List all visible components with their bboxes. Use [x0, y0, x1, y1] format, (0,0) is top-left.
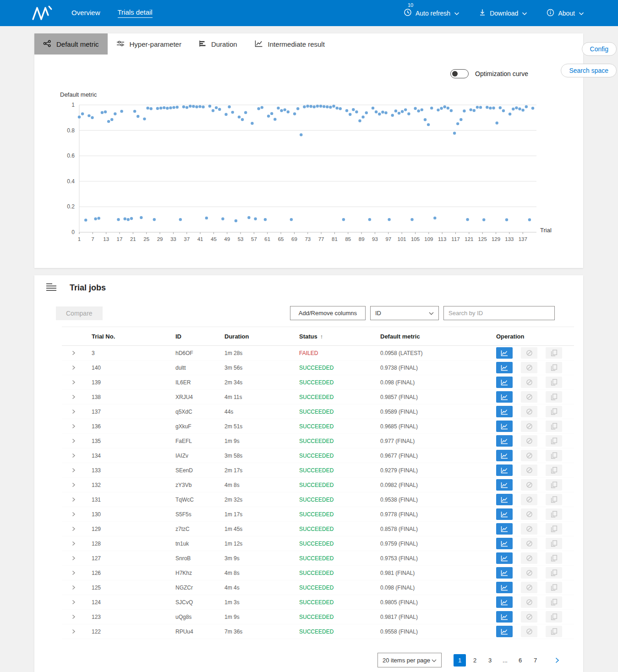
status-cell: SUCCEEDED: [292, 409, 373, 415]
row-expand-chevron-icon[interactable]: [62, 468, 85, 473]
show-intermediate-button[interactable]: [496, 347, 513, 359]
trial-id-cell: hD6OF: [169, 350, 218, 356]
operation-cell: [489, 494, 574, 505]
row-expand-chevron-icon[interactable]: [62, 600, 85, 605]
show-intermediate-button[interactable]: [496, 450, 513, 461]
show-intermediate-button[interactable]: [496, 508, 513, 520]
trial-no-cell: 127: [85, 555, 169, 562]
kill-trial-button: [521, 362, 537, 373]
optimization-curve-toggle[interactable]: [450, 69, 469, 78]
show-intermediate-button[interactable]: [496, 596, 513, 608]
show-intermediate-button[interactable]: [496, 611, 513, 623]
nav-trials-detail[interactable]: Trials detail: [118, 8, 153, 18]
operation-cell: [489, 362, 574, 373]
kill-trial-button: [521, 406, 537, 417]
compare-button[interactable]: Compare: [56, 306, 103, 320]
row-expand-chevron-icon[interactable]: [62, 570, 85, 575]
download-menu[interactable]: Download: [479, 9, 527, 17]
show-intermediate-button[interactable]: [496, 626, 513, 637]
show-intermediate-button[interactable]: [496, 362, 513, 373]
status-cell: SUCCEEDED: [292, 614, 373, 620]
horizontal-bars-icon: [199, 40, 206, 49]
show-intermediate-button[interactable]: [496, 582, 513, 593]
metric-cell: 0.9805 (FINAL): [373, 599, 489, 606]
row-expand-chevron-icon[interactable]: [62, 512, 85, 517]
trial-no-cell: 124: [85, 599, 169, 606]
row-expand-chevron-icon[interactable]: [62, 629, 85, 634]
auto-refresh-menu[interactable]: 10 Auto refresh: [404, 8, 459, 18]
tab-duration[interactable]: Duration: [190, 33, 246, 55]
row-expand-chevron-icon[interactable]: [62, 365, 85, 370]
show-intermediate-button[interactable]: [496, 479, 513, 491]
trial-no-cell: 130: [85, 511, 169, 518]
trial-no-cell: 132: [85, 482, 169, 488]
show-intermediate-button[interactable]: [496, 464, 513, 476]
id-filter-dropdown[interactable]: ID: [370, 306, 439, 320]
page-button-2[interactable]: 2: [469, 654, 481, 667]
svg-text:105: 105: [411, 236, 420, 242]
show-intermediate-button[interactable]: [496, 494, 513, 505]
page-button-3[interactable]: 3: [484, 654, 496, 667]
col-default-metric: Default metric: [373, 333, 489, 340]
nav-overview[interactable]: Overview: [71, 9, 100, 18]
kill-trial-button: [521, 464, 537, 476]
show-intermediate-button[interactable]: [496, 567, 513, 579]
row-expand-chevron-icon[interactable]: [62, 350, 85, 355]
kill-trial-button: [521, 567, 537, 579]
row-expand-chevron-icon[interactable]: [62, 394, 85, 399]
row-expand-chevron-icon[interactable]: [62, 380, 85, 385]
row-expand-chevron-icon[interactable]: [62, 482, 85, 487]
page-button-1[interactable]: 1: [454, 654, 466, 667]
row-expand-chevron-icon[interactable]: [62, 541, 85, 546]
show-intermediate-button[interactable]: [496, 406, 513, 417]
add-remove-columns-button[interactable]: Add/Remove columns: [290, 306, 366, 320]
row-expand-chevron-icon[interactable]: [62, 409, 85, 414]
row-expand-chevron-icon[interactable]: [62, 556, 85, 561]
tab-label: Duration: [211, 40, 237, 48]
show-intermediate-button[interactable]: [496, 391, 513, 403]
trial-id-cell: dultt: [169, 365, 218, 371]
trial-id-cell: S5F5s: [169, 511, 218, 518]
download-icon: [479, 9, 486, 17]
metric-cell: 0.9685 (FINAL): [373, 423, 489, 430]
row-expand-chevron-icon[interactable]: [62, 497, 85, 502]
col-status[interactable]: Status↑: [292, 333, 373, 340]
search-input[interactable]: [443, 306, 555, 320]
duration-cell: 3m 9s: [218, 555, 292, 562]
next-page-button[interactable]: [553, 656, 561, 665]
show-intermediate-button[interactable]: [496, 523, 513, 535]
row-expand-chevron-icon[interactable]: [62, 438, 85, 443]
operation-cell: [489, 421, 574, 432]
copy-trial-button: [546, 626, 562, 637]
show-intermediate-button[interactable]: [496, 377, 513, 388]
show-intermediate-button[interactable]: [496, 435, 513, 447]
svg-text:89: 89: [359, 236, 365, 242]
row-expand-chevron-icon[interactable]: [62, 614, 85, 619]
row-expand-chevron-icon[interactable]: [62, 424, 85, 429]
page-button-7[interactable]: 7: [529, 654, 541, 667]
show-intermediate-button[interactable]: [496, 552, 513, 564]
metric-cell: 0.9753 (FINAL): [373, 555, 489, 562]
svg-text:7: 7: [91, 236, 94, 242]
duration-cell: 4m 11s: [218, 394, 292, 400]
page-button-6[interactable]: 6: [514, 654, 526, 667]
search-space-button[interactable]: Search space: [561, 64, 617, 77]
metric-cell: 0.098 (FINAL): [373, 585, 489, 591]
tab-default-metric[interactable]: Default metric: [34, 33, 108, 55]
trial-id-cell: tn1uk: [169, 541, 218, 547]
status-cell: SUCCEEDED: [292, 379, 373, 386]
show-intermediate-button[interactable]: [496, 538, 513, 549]
tab-hyper-parameter[interactable]: Hyper-parameter: [108, 33, 190, 55]
row-expand-chevron-icon[interactable]: [62, 585, 85, 590]
row-expand-chevron-icon[interactable]: [62, 453, 85, 458]
about-menu[interactable]: About: [547, 9, 584, 18]
show-intermediate-button[interactable]: [496, 421, 513, 432]
tab-intermediate-result[interactable]: Intermediate result: [246, 33, 334, 55]
items-per-page-select[interactable]: 20 items per page: [377, 653, 442, 667]
config-button[interactable]: Config: [582, 42, 617, 56]
row-expand-chevron-icon[interactable]: [62, 526, 85, 531]
table-row: 127SnroB3m 9sSUCCEEDED0.9753 (FINAL): [62, 551, 574, 566]
table-row: 138XRJU44m 11sSUCCEEDED0.9857 (FINAL): [62, 390, 574, 404]
table-header-row: Trial No. ID Duration Status↑ Default me…: [62, 327, 574, 346]
trial-jobs-title: Trial jobs: [70, 283, 106, 293]
